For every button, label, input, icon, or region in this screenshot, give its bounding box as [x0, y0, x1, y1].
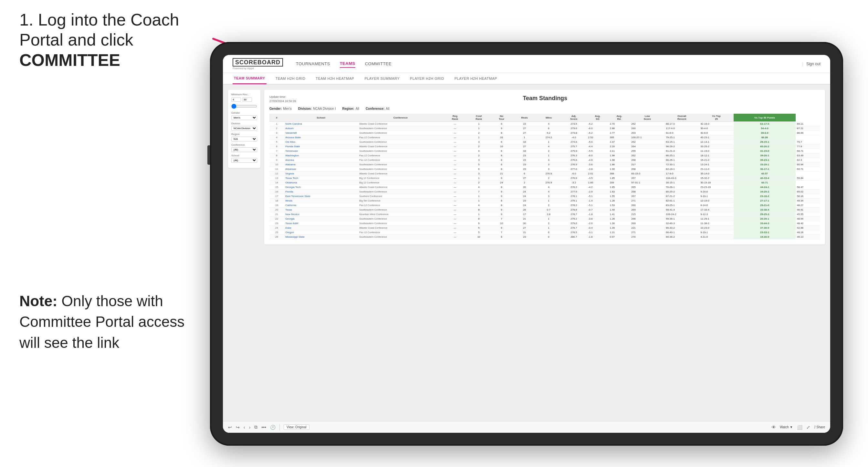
conference-cell[interactable]: Mountain West Conference [358, 212, 443, 217]
conference-cell[interactable]: Southeastern Conference [358, 162, 443, 167]
conference-cell[interactable]: Atlantic Coast Conference [358, 185, 443, 190]
toolbar-screenshot-icon[interactable]: ⬜ [797, 425, 802, 430]
conference-cell[interactable]: Pac-12 Conference [358, 203, 443, 208]
nav-tournaments[interactable]: TOURNAMENTS [296, 60, 330, 67]
school-cell[interactable]: Arizona State [284, 135, 358, 140]
conference-cell[interactable]: Pac-12 Conference [358, 153, 443, 158]
rank-cell[interactable]: 19 [270, 203, 284, 208]
school-cell[interactable]: Florida [284, 190, 358, 194]
rank-cell[interactable]: 16 [270, 190, 284, 194]
rank-cell[interactable]: 7 [270, 149, 284, 153]
conference-cell[interactable]: Big 12 Conference [358, 181, 443, 185]
school-cell[interactable]: Alabama [284, 162, 358, 167]
toolbar-forward-icon[interactable]: › [249, 425, 251, 430]
conference-cell[interactable]: Atlantic Coast Conference [358, 226, 443, 230]
school-cell[interactable]: Georgia Tech [284, 185, 358, 190]
conference-cell[interactable]: Southern Conference [358, 194, 443, 198]
conference-cell[interactable]: Atlantic Coast Conference [358, 144, 443, 149]
conference-cell[interactable]: Pac-12 Conference [358, 230, 443, 235]
school-cell[interactable]: California [284, 203, 358, 208]
conference-cell[interactable]: Big Ten Conference [358, 198, 443, 203]
conference-cell[interactable]: Pac-12 Conference [358, 135, 443, 140]
school-select[interactable]: (All) [231, 158, 257, 163]
school-cell[interactable]: Tennessee [284, 149, 358, 153]
rank-cell[interactable]: 8 [270, 153, 284, 158]
toolbar-view-original-button[interactable]: View: Original [284, 424, 309, 430]
sub-nav-player-h2h-heatmap[interactable]: PLAYER H2H HEATMAP [453, 73, 498, 84]
school-cell[interactable]: Auburn [284, 126, 358, 131]
rank-cell[interactable]: 11 [270, 167, 284, 172]
rank-cell[interactable]: 10 [270, 162, 284, 167]
rank-cell[interactable]: 20 [270, 208, 284, 212]
school-cell[interactable]: Ole Miss [284, 140, 358, 144]
sub-nav-team-h2h-grid[interactable]: TEAM H2H GRID [274, 73, 307, 84]
rank-cell[interactable]: 3 [270, 131, 284, 135]
toolbar-clock-icon[interactable]: 🕐 [270, 425, 276, 430]
share-text[interactable]: Share [816, 425, 825, 429]
school-cell[interactable]: New Mexico [284, 212, 358, 217]
school-cell[interactable]: Oregon [284, 230, 358, 235]
school-cell[interactable]: Arkansas [284, 167, 358, 172]
conference-cell[interactable]: Southeastern Conference [358, 221, 443, 226]
rank-cell[interactable]: 21 [270, 212, 284, 217]
school-cell[interactable]: Vanderbilt [284, 131, 358, 135]
conference-cell[interactable]: Southeastern Conference [358, 126, 443, 131]
conference-cell[interactable]: Southeastern Conference [358, 140, 443, 144]
toolbar-copy-icon[interactable]: ⧉ [254, 424, 257, 430]
school-cell[interactable]: Mississippi State [284, 235, 358, 239]
toolbar-expand-icon[interactable]: ⤢ [806, 425, 810, 430]
rank-cell[interactable]: 12 [270, 172, 284, 176]
rank-cell[interactable]: 18 [270, 198, 284, 203]
sub-nav-player-h2h-grid[interactable]: PLAYER H2H GRID [409, 73, 445, 84]
conference-cell[interactable]: Big 12 Conference [358, 176, 443, 181]
school-cell[interactable]: Oklahoma [284, 181, 358, 185]
rank-cell[interactable]: 26 [270, 235, 284, 239]
toolbar-share-button[interactable]: ⤴ Share [814, 425, 825, 429]
toolbar-redo-icon[interactable]: ↪ [236, 425, 240, 430]
school-cell[interactable]: Arizona [284, 158, 358, 162]
rank-cell[interactable]: 9 [270, 158, 284, 162]
rank-cell[interactable]: 13 [270, 176, 284, 181]
toolbar-back-icon[interactable]: ‹ [244, 425, 245, 430]
division-select[interactable]: NCAA Division I [231, 126, 257, 131]
min-rounds-slider[interactable] [231, 104, 257, 109]
rank-cell[interactable]: 1 [270, 122, 284, 126]
conference-cell[interactable]: Southeastern Conference [358, 217, 443, 221]
conference-cell[interactable]: Southeastern Conference [358, 167, 443, 172]
conference-select[interactable]: (All) [231, 147, 257, 152]
sign-out-link[interactable]: | Sign out [802, 62, 820, 66]
nav-teams[interactable]: TEAMS [340, 60, 355, 68]
toolbar-undo-icon[interactable]: ↩ [228, 425, 232, 430]
rank-cell[interactable]: 25 [270, 230, 284, 235]
school-cell[interactable]: East Tennessee State [284, 194, 358, 198]
rank-cell[interactable]: 6 [270, 144, 284, 149]
toolbar-eye-icon[interactable]: 👁 [771, 425, 776, 430]
school-cell[interactable]: Virginia [284, 172, 358, 176]
sub-nav-team-summary[interactable]: TEAM SUMMARY [232, 73, 267, 84]
school-cell[interactable]: North Carolina [284, 122, 358, 126]
sub-nav-player-summary[interactable]: PLAYER SUMMARY [363, 73, 401, 84]
rank-cell[interactable]: 17 [270, 194, 284, 198]
toolbar-more-icon[interactable]: ••• [261, 425, 266, 430]
conference-cell[interactable]: Southeastern Conference [358, 208, 443, 212]
school-cell[interactable]: Texas [284, 208, 358, 212]
school-cell[interactable]: Duke [284, 226, 358, 230]
conference-cell[interactable]: Atlantic Coast Conference [358, 122, 443, 126]
sign-out-text[interactable]: Sign out [806, 62, 820, 66]
gender-select[interactable]: Men's [231, 115, 257, 120]
region-select[interactable]: N/A [231, 136, 257, 142]
min-rounds-max-input[interactable] [242, 97, 252, 102]
rank-cell[interactable]: 2 [270, 126, 284, 131]
toolbar-watch-button[interactable]: Watch ▼ [780, 425, 793, 429]
school-cell[interactable]: Washington [284, 153, 358, 158]
rank-cell[interactable]: 14 [270, 181, 284, 185]
rank-cell[interactable]: 4 [270, 135, 284, 140]
school-cell[interactable]: Texas Tech [284, 176, 358, 181]
sub-nav-team-h2h-heatmap[interactable]: TEAM H2H HEATMAP [314, 73, 355, 84]
conference-cell[interactable]: Southeastern Conference [358, 235, 443, 239]
rank-cell[interactable]: 24 [270, 226, 284, 230]
conference-cell[interactable]: Pac-12 Conference [358, 158, 443, 162]
min-rounds-min-input[interactable] [231, 97, 241, 102]
rank-cell[interactable]: 15 [270, 185, 284, 190]
school-cell[interactable]: Georgia [284, 217, 358, 221]
